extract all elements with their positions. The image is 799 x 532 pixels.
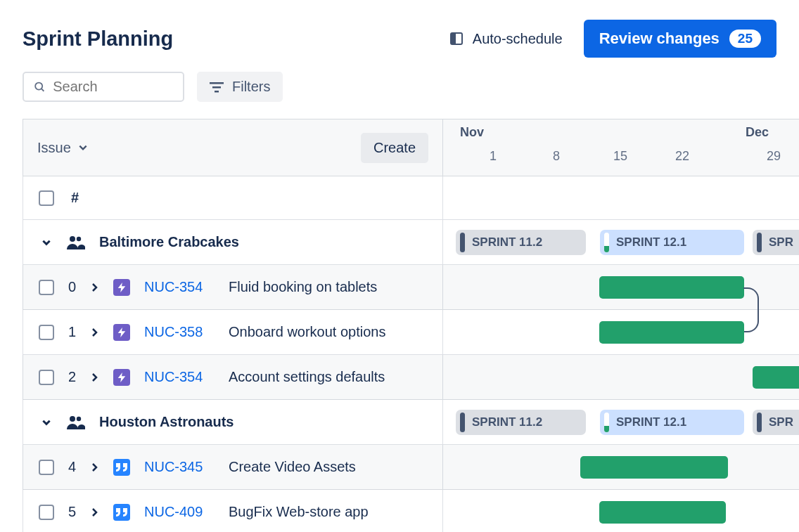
task-bar[interactable] (599, 276, 744, 299)
svg-marker-9 (118, 372, 126, 382)
sprint-pill[interactable]: SPRINT 12.1 (600, 410, 744, 435)
svg-point-6 (77, 236, 81, 240)
chevron-down-icon (41, 417, 51, 427)
search-icon (34, 80, 46, 94)
auto-schedule-toggle[interactable]: Auto-schedule (450, 31, 563, 47)
svg-rect-3 (212, 86, 221, 89)
sprint-label: SPRINT 12.1 (616, 415, 686, 429)
sprint-pill[interactable]: SPRINT 11.2 (456, 410, 586, 435)
issue-type-icon (113, 324, 130, 341)
issue-number: 5 (68, 504, 77, 520)
issue-timeline (443, 490, 799, 532)
issue-timeline (443, 265, 799, 310)
review-changes-button[interactable]: Review changes 25 (584, 20, 776, 58)
chevron-down-icon (41, 238, 51, 247)
search-input[interactable] (53, 79, 173, 95)
hash-column-label: # (71, 190, 79, 206)
sprint-pill[interactable]: SPRINT 12.1 (600, 230, 744, 255)
sprint-pill[interactable]: SPR (753, 410, 799, 435)
issue-title: Account settings defaults (229, 369, 385, 385)
sprint-pill[interactable]: SPR (753, 230, 799, 255)
issue-checkbox[interactable] (39, 280, 54, 295)
sprint-indicator (604, 233, 609, 252)
group-timeline: SPRINT 11.2SPRINT 12.1SPR (443, 400, 799, 445)
svg-rect-2 (210, 82, 224, 84)
issue-checkbox[interactable] (39, 505, 54, 520)
day-label: 15 (613, 149, 627, 164)
task-bar[interactable] (599, 501, 726, 524)
team-icon (65, 415, 85, 430)
day-label: 29 (767, 149, 781, 164)
sprint-label: SPRINT 12.1 (616, 235, 686, 249)
issue-timeline (443, 445, 799, 490)
sprint-pill[interactable]: SPRINT 11.2 (456, 230, 586, 255)
sprint-label: SPRINT 11.2 (472, 235, 542, 249)
issue-number: 0 (68, 279, 77, 295)
chevron-right-icon (91, 328, 99, 337)
issue-column-header[interactable]: Issue (37, 140, 88, 156)
day-label: 22 (675, 149, 689, 164)
sprint-label: SPR (769, 415, 793, 429)
sprint-label: SPRINT 11.2 (472, 415, 542, 429)
select-all-checkbox[interactable] (39, 190, 54, 206)
issue-title: Create Video Assets (229, 459, 356, 475)
timeline-header: NovDec18152229 (443, 119, 799, 176)
svg-point-0 (35, 82, 42, 89)
issue-type-icon (113, 369, 130, 386)
task-bar[interactable] (580, 456, 728, 479)
sprint-indicator (604, 413, 609, 432)
svg-point-5 (70, 236, 75, 242)
group-title: Baltimore Crabcakes (99, 234, 239, 250)
issue-key-link[interactable]: NUC-354 (144, 369, 215, 385)
issue-number: 4 (68, 459, 77, 475)
sprint-indicator (460, 413, 465, 432)
chevron-down-icon (78, 143, 88, 153)
chevron-right-icon (91, 463, 99, 472)
day-label: 1 (490, 149, 497, 164)
group-title: Houston Astronauts (99, 414, 234, 430)
task-bar[interactable] (599, 321, 744, 344)
svg-line-1 (41, 89, 44, 91)
team-icon (65, 235, 85, 250)
sprint-indicator (757, 233, 762, 252)
sprint-indicator (757, 413, 762, 432)
issue-timeline (443, 355, 799, 400)
svg-marker-8 (118, 327, 126, 337)
issue-key-link[interactable]: NUC-345 (144, 459, 215, 475)
issue-title: BugFix Web-store app (229, 504, 369, 520)
issue-key-link[interactable]: NUC-358 (144, 324, 215, 340)
svg-rect-4 (215, 91, 219, 93)
group-timeline: SPRINT 11.2SPRINT 12.1SPR (443, 220, 799, 265)
issue-checkbox[interactable] (39, 325, 54, 340)
issue-number: 2 (68, 369, 77, 385)
issue-type-icon (113, 279, 130, 296)
issue-timeline (443, 310, 799, 355)
day-label: 8 (553, 149, 560, 164)
svg-marker-7 (118, 283, 126, 292)
sprint-label: SPR (769, 235, 793, 249)
chevron-right-icon (91, 283, 99, 292)
issue-key-link[interactable]: NUC-409 (144, 504, 215, 520)
issue-checkbox[interactable] (39, 370, 54, 385)
issue-checkbox[interactable] (39, 460, 54, 475)
month-label: Dec (746, 125, 769, 140)
svg-point-10 (70, 416, 75, 422)
page-title: Sprint Planning (23, 27, 173, 51)
group-row[interactable]: Baltimore Crabcakes (23, 220, 443, 265)
create-button[interactable]: Create (361, 133, 428, 163)
issue-title: Fluid booking on tablets (229, 279, 377, 295)
sprint-indicator (460, 233, 465, 252)
task-bar[interactable] (753, 366, 799, 389)
issue-type-icon (113, 459, 130, 476)
search-input-wrapper[interactable] (23, 72, 184, 102)
chevron-right-icon (91, 508, 99, 517)
review-changes-label: Review changes (599, 30, 720, 48)
auto-schedule-label: Auto-schedule (473, 31, 563, 47)
group-row[interactable]: Houston Astronauts (23, 400, 443, 445)
filters-button[interactable]: Filters (197, 72, 283, 102)
auto-schedule-icon (450, 32, 463, 45)
filters-label: Filters (232, 79, 270, 95)
issue-number: 1 (68, 324, 77, 340)
issue-key-link[interactable]: NUC-354 (144, 279, 215, 295)
issue-column-label: Issue (37, 140, 71, 156)
